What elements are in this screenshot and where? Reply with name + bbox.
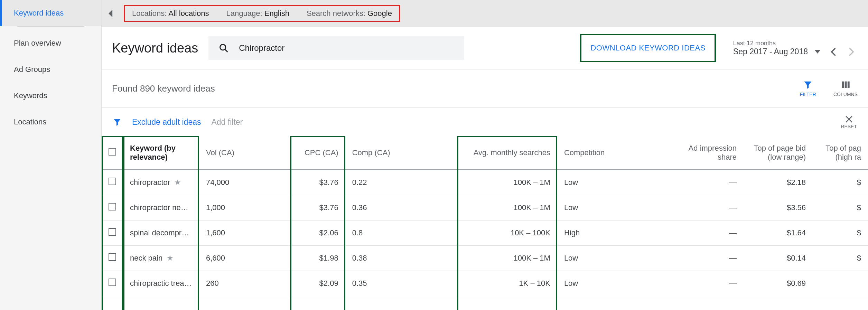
svg-line-1 [225,49,228,52]
col-avg-searches[interactable]: Avg. monthly searches [457,136,557,170]
cell-top-low: $0.14 [744,246,813,271]
cell-vol: 260 [199,271,290,296]
cell-top-low: $3.56 [744,195,813,220]
found-count-text: Found 890 keyword ideas [112,83,215,94]
col-top-bid-low[interactable]: Top of page bid (low range) [744,136,813,170]
date-range-value: Sep 2017 - Aug 2018 [733,47,808,56]
cell-top-low: $1.64 [744,220,813,246]
close-icon [844,115,853,124]
sidebar: Keyword ideas Plan overview Ad Groups Ke… [0,0,102,310]
cell-top-high: $ [813,220,868,246]
col-competition[interactable]: Competition [557,136,674,170]
exclude-adult-link[interactable]: Exclude adult ideas [132,118,201,127]
cell-comp: 0.35 [345,271,457,296]
cell-keyword: spinal decompres… [123,220,199,246]
svg-rect-4 [848,82,850,88]
locations-filter[interactable]: Locations: All locations [132,9,209,18]
cell-impression: — [674,246,744,271]
cell-avg: 100K – 1M [457,170,557,195]
row-checkbox[interactable] [109,228,116,236]
keyword-table: Keyword (by relevance) Vol (CA) CPC (CA)… [102,136,868,296]
columns-icon [841,80,850,90]
header-row: Keyword ideas Chiropractor DOWNLOAD KEYW… [102,27,868,69]
date-range-label: Last 12 months [733,40,858,47]
cell-cpc: $2.09 [290,271,345,296]
cell-avg: 100K – 1M [457,195,557,220]
cell-comp: 0.38 [345,246,457,271]
select-all-checkbox[interactable] [109,148,116,156]
date-next-arrow-icon[interactable] [846,48,858,56]
main: Locations: All locations Language: Engli… [102,0,868,310]
row-checkbox[interactable] [109,279,116,286]
table-row[interactable]: chiropractic treat…260$2.090.351K – 10KL… [102,271,868,296]
sidebar-item-plan-overview[interactable]: Plan overview [0,30,101,56]
columns-button[interactable]: COLUMNS [833,80,858,97]
download-keyword-ideas-button[interactable]: DOWNLOAD KEYWORD IDEAS [580,34,716,62]
cell-keyword: chiropractor ★ [123,170,199,195]
cell-cpc: $3.76 [290,170,345,195]
cell-cpc: $1.98 [290,246,345,271]
cell-keyword: chiropractic treat… [123,271,199,296]
table-header-row: Keyword (by relevance) Vol (CA) CPC (CA)… [102,136,868,170]
table-wrap: Keyword (by relevance) Vol (CA) CPC (CA)… [102,136,868,310]
cell-vol: 1,000 [199,195,290,220]
col-comp[interactable]: Comp (CA) [345,136,457,170]
reset-button[interactable]: RESET [841,115,857,129]
language-filter[interactable]: Language: English [226,9,289,18]
cell-competition: Low [557,195,674,220]
cell-keyword: neck pain ★ [123,246,199,271]
targeting-filters[interactable]: Locations: All locations Language: Engli… [124,5,400,22]
cell-impression: — [674,195,744,220]
cell-top-high [813,271,868,296]
table-row[interactable]: neck pain ★6,600$1.980.38100K – 1MLow—$0… [102,246,868,271]
cell-top-high: $ [813,246,868,271]
filter-icon[interactable] [113,118,122,126]
topbar: Locations: All locations Language: Engli… [102,0,868,27]
cell-competition: Low [557,271,674,296]
dropdown-icon[interactable] [815,50,820,54]
svg-point-0 [220,45,226,50]
table-row[interactable]: spinal decompres…1,600$2.060.810K – 100K… [102,220,868,246]
table-row[interactable]: chiropractor ★74,000$3.760.22100K – 1MLo… [102,170,868,195]
search-input[interactable]: Chiropractor [208,36,464,60]
filter-button[interactable]: FILTER [800,80,816,97]
networks-filter[interactable]: Search networks: Google [307,9,392,18]
cell-comp: 0.22 [345,170,457,195]
col-vol[interactable]: Vol (CA) [199,136,290,170]
cell-comp: 0.8 [345,220,457,246]
table-row[interactable]: chiropractor near …1,000$3.760.36100K – … [102,195,868,220]
star-icon[interactable]: ★ [167,254,174,262]
cell-competition: Low [557,246,674,271]
cell-cpc: $2.06 [290,220,345,246]
cell-vol: 1,600 [199,220,290,246]
col-keyword[interactable]: Keyword (by relevance) [123,136,199,170]
cell-competition: High [557,220,674,246]
back-arrow-icon[interactable] [109,10,113,17]
row-checkbox[interactable] [109,253,116,261]
svg-rect-2 [842,82,844,88]
cell-comp: 0.36 [345,195,457,220]
star-icon[interactable]: ★ [174,178,181,187]
date-prev-arrow-icon[interactable] [827,48,839,56]
cell-top-low: $2.18 [744,170,813,195]
col-top-bid-high[interactable]: Top of pag (high ra [813,136,868,170]
sidebar-item-keywords[interactable]: Keywords [0,83,101,109]
sidebar-item-keyword-ideas[interactable]: Keyword ideas [0,0,101,26]
cell-impression: — [674,271,744,296]
cell-avg: 10K – 100K [457,220,557,246]
cell-top-high: $ [813,170,868,195]
col-cpc[interactable]: CPC (CA) [290,136,345,170]
row-checkbox[interactable] [109,203,116,210]
cell-keyword: chiropractor near … [123,195,199,220]
cell-avg: 100K – 1M [457,246,557,271]
page-title: Keyword ideas [112,41,198,56]
add-filter-button[interactable]: Add filter [211,118,243,127]
sidebar-divider [17,26,84,27]
row-checkbox[interactable] [109,178,116,185]
sidebar-item-locations[interactable]: Locations [0,109,101,135]
cell-vol: 6,600 [199,246,290,271]
col-impression-share[interactable]: Ad impression share [674,136,744,170]
date-range-picker[interactable]: Last 12 months Sep 2017 - Aug 2018 [733,40,858,56]
cell-cpc: $3.76 [290,195,345,220]
sidebar-item-ad-groups[interactable]: Ad Groups [0,56,101,83]
